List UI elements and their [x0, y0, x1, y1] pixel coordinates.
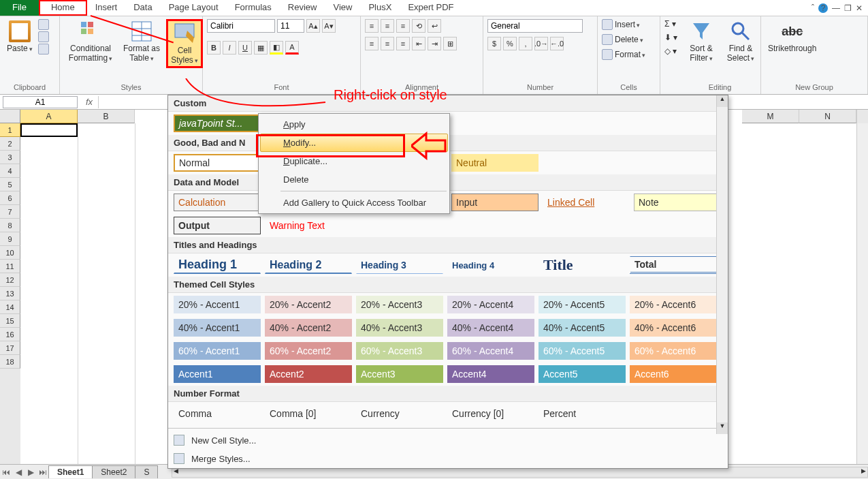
style-linked-cell[interactable]: Linked Cell [543, 194, 630, 211]
decrease-indent-icon[interactable]: ⇤ [412, 37, 425, 50]
style-40-accent3[interactable]: 40% - Accent3 [356, 319, 443, 337]
style-20-accent5[interactable]: 20% - Accent5 [539, 296, 626, 313]
comma-format-icon[interactable]: , [519, 37, 532, 50]
ctx-apply[interactable]: AApplypply [260, 115, 448, 134]
percent-format-icon[interactable]: % [503, 37, 517, 50]
style-total[interactable]: Total [630, 256, 717, 274]
align-middle-icon[interactable]: ≡ [381, 19, 394, 33]
style-comma0[interactable]: Comma [0] [265, 405, 352, 422]
tab-home[interactable]: Home [39, 0, 87, 16]
style-20-accent2[interactable]: 20% - Accent2 [265, 296, 352, 313]
row-header[interactable]: 10 [0, 246, 20, 260]
scroll-up-icon[interactable]: ▲ [717, 95, 728, 107]
style-accent2[interactable]: Accent2 [265, 365, 352, 383]
style-40-accent2[interactable]: 40% - Accent2 [265, 319, 352, 337]
align-left-icon[interactable]: ≡ [365, 37, 379, 50]
window-close-icon[interactable]: ✕ [856, 3, 863, 13]
col-header-m[interactable]: M [742, 110, 799, 123]
row-header[interactable]: 6 [0, 191, 20, 205]
sheet-tab-3[interactable]: S [135, 465, 158, 478]
minimize-ribbon-icon[interactable]: ˆ [811, 3, 814, 13]
cut-icon[interactable] [38, 19, 49, 30]
tab-plusx[interactable]: PlusX [360, 0, 400, 16]
format-painter-icon[interactable] [38, 44, 49, 55]
fx-icon[interactable]: fx [80, 97, 98, 107]
row-header[interactable]: 16 [0, 328, 20, 341]
border-button[interactable]: ▦ [254, 41, 268, 55]
tab-view[interactable]: View [325, 0, 360, 16]
ctx-delete[interactable]: Delete [260, 170, 448, 189]
accounting-format-icon[interactable]: $ [487, 37, 501, 50]
align-center-icon[interactable]: ≡ [381, 37, 394, 50]
style-accent6[interactable]: Accent6 [630, 365, 717, 383]
row-header[interactable]: 15 [0, 314, 20, 328]
sheet-nav-prev-icon[interactable]: ◀ [12, 467, 25, 477]
style-60-accent6[interactable]: 60% - Accent6 [630, 342, 717, 360]
sort-filter-button[interactable]: Sort & Filter [684, 19, 719, 64]
gallery-scrollbar[interactable]: ▲ ▼ [716, 95, 728, 434]
select-all-corner[interactable] [0, 110, 20, 123]
italic-button[interactable]: I [223, 41, 236, 55]
row-header[interactable]: 14 [0, 300, 20, 314]
strikethrough-button[interactable]: abc Strikethrough [765, 19, 819, 55]
style-heading1[interactable]: Heading 1 [174, 256, 261, 274]
align-bottom-icon[interactable]: ≡ [396, 19, 410, 33]
style-accent1[interactable]: Accent1 [174, 365, 261, 383]
format-cells-button[interactable]: Format [602, 49, 645, 60]
scroll-down-icon[interactable]: ▼ [717, 422, 728, 434]
style-title[interactable]: Title [539, 256, 626, 274]
style-40-accent4[interactable]: 40% - Accent4 [447, 319, 534, 337]
increase-font-icon[interactable]: A▴ [306, 19, 320, 33]
window-restore-icon[interactable]: ❐ [844, 3, 852, 13]
style-60-accent5[interactable]: 60% - Accent5 [539, 342, 626, 360]
style-accent3[interactable]: Accent3 [356, 365, 443, 383]
style-input[interactable]: Input [451, 194, 539, 211]
name-box[interactable] [3, 96, 78, 108]
tab-insert[interactable]: Insert [87, 0, 126, 16]
style-calculation[interactable]: Calculation [174, 194, 261, 211]
window-minimize-icon[interactable]: — [832, 3, 840, 13]
style-20-accent3[interactable]: 20% - Accent3 [356, 296, 443, 313]
style-warning-text[interactable]: Warning Text [265, 217, 352, 234]
style-normal[interactable]: Normal [174, 154, 261, 172]
conditional-formatting-button[interactable]: Conditional Formatting [64, 19, 117, 64]
style-60-accent1[interactable]: 60% - Accent1 [174, 342, 261, 360]
style-percent[interactable]: Percent [539, 405, 626, 422]
row-header[interactable]: 4 [0, 164, 20, 178]
fill-button[interactable]: ⬇ ▾ [664, 33, 677, 42]
row-header[interactable]: 8 [0, 219, 20, 232]
sheet-nav-last-icon[interactable]: ⏭ [37, 467, 49, 477]
style-note[interactable]: Note [634, 194, 721, 211]
increase-indent-icon[interactable]: ⇥ [428, 37, 441, 50]
row-header[interactable]: 13 [0, 287, 20, 300]
style-output[interactable]: Output [174, 217, 261, 234]
paste-button[interactable]: Paste [4, 19, 35, 55]
tab-file[interactable]: File [0, 0, 39, 16]
style-accent5[interactable]: Accent5 [539, 365, 626, 383]
underline-button[interactable]: U [238, 41, 252, 55]
style-40-accent1[interactable]: 40% - Accent1 [174, 319, 261, 337]
decrease-font-icon[interactable]: A▾ [322, 19, 336, 33]
style-20-accent4[interactable]: 20% - Accent4 [447, 296, 534, 313]
tab-page-layout[interactable]: Page Layout [161, 0, 227, 16]
clear-button[interactable]: ◇ ▾ [664, 46, 677, 56]
row-header[interactable]: 17 [0, 341, 20, 355]
new-cell-style-button[interactable]: New Cell Style... [168, 431, 728, 450]
style-40-accent5[interactable]: 40% - Accent5 [539, 319, 626, 337]
ctx-add-to-qat[interactable]: Add Gallery to Quick Access Toolbar [260, 194, 448, 212]
style-custom-javatpoint[interactable]: javaTpoint St... [174, 114, 261, 132]
col-header-n[interactable]: N [799, 110, 856, 123]
copy-icon[interactable] [38, 31, 49, 42]
row-header[interactable]: 2 [0, 137, 20, 151]
insert-cells-button[interactable]: Insert [602, 19, 645, 30]
delete-cells-button[interactable]: Delete [602, 34, 645, 45]
row-header[interactable]: 3 [0, 151, 20, 164]
tab-formulas[interactable]: Formulas [227, 0, 280, 16]
format-as-table-button[interactable]: Format as Table [120, 19, 163, 64]
increase-decimal-icon[interactable]: .0→ [534, 37, 548, 50]
row-header[interactable]: 7 [0, 205, 20, 219]
style-accent4[interactable]: Accent4 [447, 365, 534, 383]
sheet-nav-next-icon[interactable]: ▶ [25, 467, 37, 477]
row-header[interactable]: 12 [0, 273, 20, 287]
number-format-select[interactable] [487, 19, 583, 33]
